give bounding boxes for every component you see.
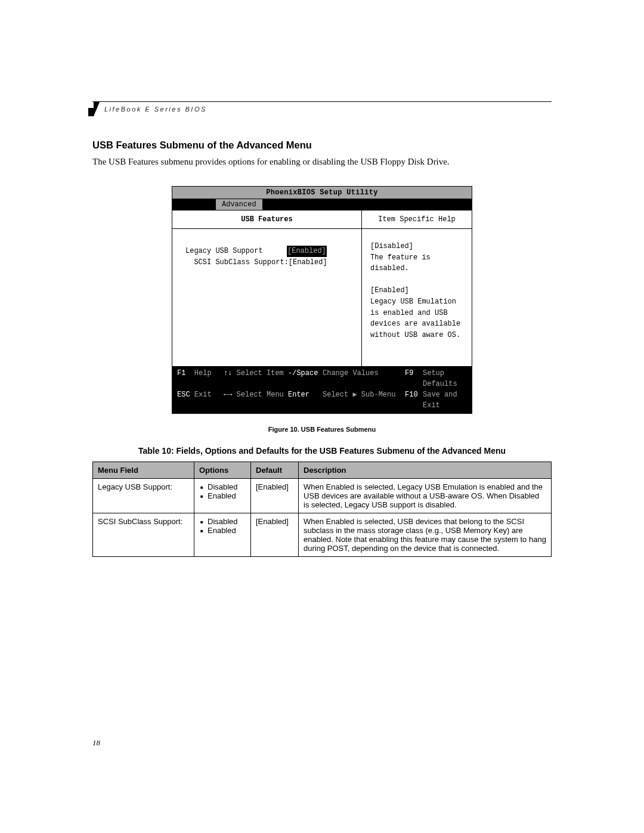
cell-description: When Enabled is selected, Legacy USB Emu… <box>299 479 552 513</box>
cell-default: [Enabled] <box>251 479 299 513</box>
key-f10-label: Save and Exit <box>423 391 457 410</box>
running-head: LifeBook E Series BIOS <box>92 106 552 113</box>
table-row: Legacy USB Support:DisabledEnabled[Enabl… <box>93 479 552 513</box>
bios-help-line: Legacy USB Emulation <box>370 296 463 308</box>
key-updown: ↑↓ <box>224 369 232 377</box>
key-leftright-label: Select Menu <box>237 391 284 399</box>
cell-menu-field: SCSI SubClass Support: <box>93 513 194 557</box>
cell-menu-field: Legacy USB Support: <box>93 479 194 513</box>
th-options: Options <box>194 462 251 479</box>
cell-default: [Enabled] <box>251 513 299 557</box>
cell-description: When Enabled is selected, USB devices th… <box>299 513 552 557</box>
bios-help-line: is enabled and USB <box>370 308 463 319</box>
bios-help-pane: Item Specific Help [Disabled]The feature… <box>362 210 472 366</box>
key-space: -/Space <box>288 369 318 377</box>
th-menu-field: Menu Field <box>93 462 194 479</box>
bios-title: PhoenixBIOS Setup Utility <box>172 187 472 199</box>
bios-screenshot: PhoenixBIOS Setup Utility Advanced USB F… <box>172 186 472 414</box>
key-updown-label: Select Item <box>237 369 284 377</box>
intro-paragraph: The USB Features submenu provides option… <box>92 156 552 168</box>
th-description: Description <box>299 462 552 479</box>
option-item: Enabled <box>200 491 246 500</box>
bios-setting-row: Legacy USB Support[Enabled] <box>185 246 351 257</box>
key-esc: ESC <box>177 391 190 399</box>
bios-setting-value: [Enabled] <box>289 257 327 268</box>
option-item: Enabled <box>200 526 246 535</box>
bios-setting-row: SCSI SubClass Support:[Enabled] <box>185 257 351 268</box>
bios-help-line: The feature is disabled. <box>370 252 463 274</box>
key-space-label: Change Values <box>323 369 379 377</box>
bios-setting-label: SCSI SubClass Support: <box>185 257 289 268</box>
key-f10: F10 <box>405 391 418 399</box>
bios-footer: F1 Help ↑↓ Select Item -/Space Change Va… <box>172 366 472 413</box>
bios-setting-label: Legacy USB Support <box>185 246 287 257</box>
bios-help-line: [Disabled] <box>370 241 463 252</box>
page-number: 18 <box>92 738 100 748</box>
page-header: LifeBook E Series BIOS <box>92 101 552 113</box>
bios-help-line <box>370 274 463 286</box>
bios-help-title: Item Specific Help <box>362 210 472 229</box>
bios-menubar: Advanced <box>172 199 472 210</box>
key-leftright: ←→ <box>224 391 232 399</box>
key-esc-label: Exit <box>194 391 212 399</box>
option-item: Disabled <box>200 482 246 491</box>
table-row: SCSI SubClass Support:DisabledEnabled[En… <box>93 513 552 557</box>
key-f9-label: Setup Defaults <box>423 369 457 388</box>
cell-options: DisabledEnabled <box>194 513 251 557</box>
bios-help-line: without USB aware OS. <box>370 330 463 341</box>
bios-help-line: devices are available <box>370 318 463 330</box>
key-enter: Enter <box>288 391 309 399</box>
section-heading: USB Features Submenu of the Advanced Men… <box>92 140 552 151</box>
figure-caption: Figure 10. USB Features Submenu <box>92 426 552 433</box>
key-enter-label: Select ▶ Sub-Menu <box>323 391 395 399</box>
tab-marker-icon <box>88 102 100 116</box>
bios-left-pane: USB Features Legacy USB Support[Enabled]… <box>172 210 362 366</box>
spec-table: Menu Field Options Default Description L… <box>92 462 552 557</box>
bios-submenu-title: USB Features <box>172 210 361 229</box>
bios-setting-value: [Enabled] <box>287 246 327 257</box>
option-item: Disabled <box>200 517 246 526</box>
key-f1-label: Help <box>194 369 212 377</box>
table-caption: Table 10: Fields, Options and Defaults f… <box>92 446 552 456</box>
key-f9: F9 <box>405 369 413 377</box>
cell-options: DisabledEnabled <box>194 479 251 513</box>
th-default: Default <box>251 462 299 479</box>
bios-menu-tab-advanced: Advanced <box>215 199 263 210</box>
key-f1: F1 <box>177 369 185 377</box>
bios-help-line: [Enabled] <box>370 285 463 296</box>
